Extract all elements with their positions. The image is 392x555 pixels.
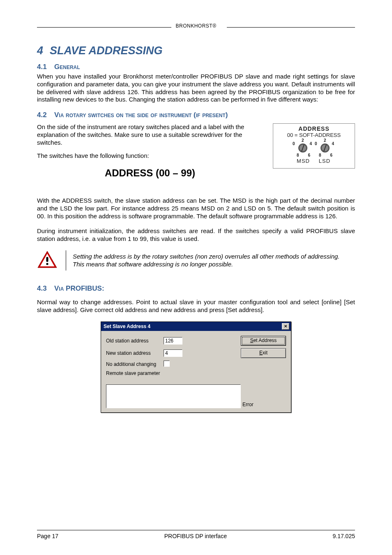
section-43-number: 4.3 <box>37 284 54 293</box>
old-station-address-input[interactable] <box>164 337 182 345</box>
warning-icon <box>37 250 59 271</box>
no-additional-changing-checkbox[interactable] <box>164 361 170 367</box>
section-4-heading: 4SLAVE ADDRESSING <box>37 44 355 57</box>
header-rule-right <box>227 27 355 28</box>
remote-slave-parameter-textarea[interactable] <box>106 384 241 408</box>
section-43-title: Via PROFIBUS: <box>54 284 104 292</box>
set-slave-address-dialog: Set Slave Address 4 ✕ Old station addres… <box>101 321 291 413</box>
svg-rect-8 <box>46 257 48 262</box>
section-4-title: SLAVE ADDRESSING <box>50 44 163 57</box>
remote-slave-parameter-label: Remote slave parameter <box>106 370 213 376</box>
section-42-p2: The switches have the following function… <box>37 152 266 160</box>
section-42-p1: On the side of the instrument are rotary… <box>37 123 266 146</box>
label-msd-lsd: MSDLSD <box>276 158 352 164</box>
set-address-button[interactable]: Set Address <box>241 336 286 346</box>
exit-button[interactable]: Exit <box>241 348 286 358</box>
section-42-p3: With the ADDRESS switch, the slave stati… <box>37 197 355 220</box>
svg-point-9 <box>46 263 48 265</box>
section-41-body: When you have installed your Bronkhorst … <box>37 73 355 104</box>
section-42-number: 4.2 <box>37 111 54 119</box>
footer-docnum: 9.17.025 <box>332 533 355 539</box>
close-icon: ✕ <box>284 324 287 328</box>
section-42-heading: 4.2 Via rotary switches on the side of i… <box>37 111 355 119</box>
no-additional-changing-label: No additional changing <box>106 361 164 367</box>
warning-divider <box>66 250 66 271</box>
label-line2: 00 = SOFT-ADDRESS <box>276 132 352 138</box>
section-41-number: 4.1 <box>37 63 54 71</box>
section-43-p1: Normal way to change addresses. Point to… <box>37 298 355 314</box>
old-station-address-label: Old station address <box>106 338 164 344</box>
footer-page: Page 17 <box>37 533 58 539</box>
section-41-heading: 4.1 General <box>37 63 355 71</box>
section-42-p4: During instrument initialization, the ad… <box>37 227 355 243</box>
dialog-title-text: Set Slave Address 4 <box>104 324 150 329</box>
section-4-number: 4 <box>37 44 43 57</box>
section-42-title: Via rotary switches on the side of instr… <box>54 111 228 119</box>
lsd-dial-icon: 0 2 4 6 8 <box>316 139 334 157</box>
dialog-titlebar[interactable]: Set Slave Address 4 ✕ <box>101 322 291 331</box>
section-43-heading: 4.3 Via PROFIBUS: <box>37 284 355 293</box>
new-station-address-input[interactable] <box>164 349 182 357</box>
rotary-switch-label-graphic: ADDRESS 00 = SOFT-ADDRESS 0 2 4 6 8 0 2 … <box>273 123 355 169</box>
new-station-address-label: New station address <box>106 350 164 356</box>
page-footer: Page 17 PROFIBUS DP interface 9.17.025 <box>37 530 355 539</box>
label-line1: ADDRESS <box>276 125 352 132</box>
page-header: BRONKHORST® <box>37 23 355 29</box>
close-button[interactable]: ✕ <box>282 323 289 330</box>
section-41-title: General <box>54 63 80 71</box>
warning-text: Setting the address is by the rotary swi… <box>73 250 355 271</box>
address-heading: ADDRESS (00 – 99) <box>37 167 263 179</box>
msd-dial-icon: 0 2 4 6 8 <box>294 139 312 157</box>
header-rule-left <box>37 27 177 28</box>
warning-callout: Setting the address is by the rotary swi… <box>37 250 355 271</box>
error-label: Error <box>241 402 286 408</box>
header-brand: BRONKHORST® <box>171 23 220 29</box>
footer-title: PROFIBUS DP interface <box>164 533 227 539</box>
footer-rule <box>37 530 355 530</box>
